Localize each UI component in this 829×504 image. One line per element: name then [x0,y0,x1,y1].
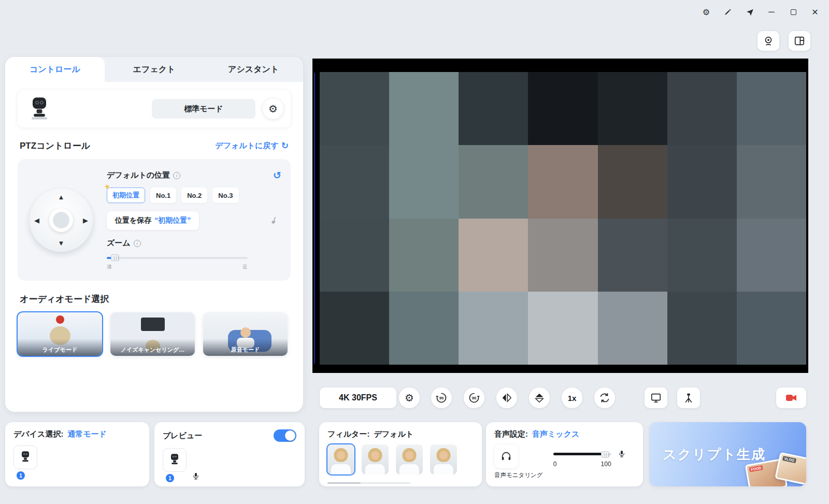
audio-mode-label: 原音モード [203,339,288,356]
dpad-right-icon[interactable]: ▶ [83,216,88,224]
toggle-knob [285,430,295,441]
audio-mode-noise-cancel[interactable]: ノイズキャンセリング… [110,312,195,356]
webcam-button[interactable] [757,31,779,51]
record-button[interactable] [776,387,806,408]
teleprompter-button[interactable] [645,387,667,408]
rotate-right-button[interactable]: 90 [464,387,484,408]
camera-mode-value: 標準モード [184,104,223,114]
volume-slider[interactable] [553,451,611,457]
info-icon[interactable]: i [173,172,180,179]
tripod-icon [683,392,694,404]
mosaic-cell [320,72,389,145]
preset-initial-button[interactable]: ★ 初期位置 [107,188,145,203]
mosaic-cell [667,219,737,292]
mosaic-cell [459,292,528,365]
filter-card: フィルター: デフォルト [319,422,482,486]
script-generate-label: スクリプト生成 [663,445,766,464]
tab-effect[interactable]: エフェクト [105,57,204,82]
volume-min: 0 [553,460,557,468]
filter-value[interactable]: デフォルト [374,429,413,439]
audio-settings-label: 音声設定: [494,429,528,439]
script-generate-button[interactable]: スクリプト生成 FOOD VLOG [649,422,806,486]
volume-fill [553,453,605,455]
zoom-info-icon[interactable]: i [134,240,141,247]
minimize-button[interactable]: ─ [767,7,776,17]
record-camera-icon [785,392,797,404]
flip-vertical-button[interactable] [529,387,550,408]
volume-max: 100 [601,460,611,468]
panel-tabs: コントロール エフェクト アシスタント [5,57,303,82]
filter-thumb-3[interactable] [396,444,423,474]
video-settings-button[interactable]: ⚙ [399,387,420,408]
audio-mode-original[interactable]: 原音モード [203,312,288,356]
device-mode-link[interactable]: 通常モード [67,429,107,439]
settings-icon[interactable]: ⚙ [702,7,711,17]
filter-scrollbar[interactable] [327,482,410,484]
preset-no1-button[interactable]: No.1 [150,188,176,203]
filter-thumb-4[interactable] [430,444,457,474]
device-settings-button[interactable]: ⚙ [263,98,283,119]
maximize-icon [791,9,796,15]
mosaic-cell [667,145,737,218]
tripod-button[interactable] [677,387,700,408]
filter-thumbnails [327,444,474,474]
close-button[interactable]: ✕ [810,7,820,17]
share-icon[interactable] [745,7,754,17]
filter-thumb-2[interactable] [362,444,389,474]
filter-scrollbar-thumb[interactable] [327,482,361,484]
dpad-down-icon[interactable]: ▼ [58,239,65,247]
preview-device-tile[interactable] [163,448,187,472]
preset-no3-button[interactable]: No.3 [212,188,238,203]
quick-access-bar [757,31,810,51]
dpad-center-button[interactable] [49,208,73,232]
restore-position-icon[interactable]: ↺ [273,169,281,181]
gear-icon: ⚙ [268,103,278,115]
tab-control[interactable]: コントロール [5,57,105,82]
gear-icon: ⚙ [405,392,414,404]
mosaic-cell [320,292,389,365]
broom-icon[interactable] [270,216,279,225]
preset-no2-button[interactable]: No.2 [181,188,207,203]
mic-icon[interactable] [618,450,626,458]
zoom-near-label: 近 [242,263,248,270]
dpad-up-icon[interactable]: ▲ [58,193,65,201]
resolution-select[interactable]: 4K 30FPS [320,387,396,408]
tab-assistant[interactable]: アシスタント [204,57,303,82]
filter-label: フィルター: [327,429,369,439]
mosaic-cell [737,292,806,365]
pen-icon[interactable] [723,7,733,17]
volume-handle[interactable] [601,451,609,458]
audio-mix-link[interactable]: 音声ミックス [532,429,579,439]
speed-button[interactable]: 1x [562,387,582,408]
mosaic-cell [459,145,528,218]
mosaic-cell [389,219,459,292]
dpad-left-icon[interactable]: ◀ [34,216,39,224]
device-tile[interactable] [13,445,37,469]
rotate-left-button[interactable]: 90 [431,387,452,408]
refresh-button[interactable] [594,387,615,408]
camera-mode-select[interactable]: 標準モード [152,99,255,119]
ptz-dpad[interactable]: ▲ ▼ ◀ ▶ [30,189,93,252]
reset-to-default-link[interactable]: デフォルトに戻す ↻ [215,140,289,151]
layout-button[interactable] [789,31,810,51]
preview-toggle[interactable] [274,429,296,442]
zoom-slider-handle[interactable] [111,254,119,261]
layout-icon [794,35,805,47]
mosaic-cell [598,219,667,292]
mosaic-cell [320,145,389,218]
save-position-button[interactable]: 位置を保存 “初期位置” [107,211,199,230]
flip-horizontal-button[interactable] [496,387,517,408]
audio-mode-live[interactable]: ライブモード [18,312,102,356]
preview-count-badge: 1 [166,474,174,482]
maximize-button[interactable] [789,7,798,17]
zoom-slider-track[interactable] [107,257,248,259]
headphone-button[interactable] [494,444,518,468]
zoom-slider[interactable] [107,254,248,262]
preset-title: デフォルトの位置 [107,170,170,180]
reset-icon: ↻ [281,140,289,151]
camera-product-image [25,95,54,122]
mosaic-cell [389,72,459,145]
filter-thumb-1[interactable] [327,444,354,474]
mosaic-cell [737,72,806,145]
mic-icon[interactable] [192,472,200,480]
